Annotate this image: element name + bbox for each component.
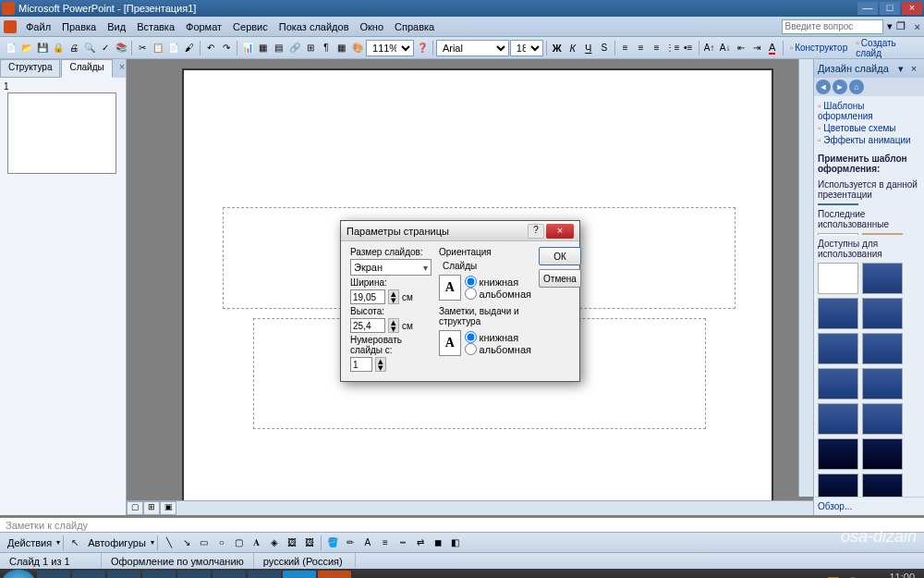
height-spinner[interactable]: ▴▾ [388, 318, 399, 333]
vertical-scrollbar[interactable] [798, 59, 813, 497]
ok-button[interactable]: ОК [539, 247, 581, 265]
template-thumb[interactable] [862, 473, 903, 497]
fontsize-combo[interactable]: 18 [510, 40, 543, 56]
menu-slideshow[interactable]: Показ слайдов [274, 19, 355, 34]
menu-file[interactable]: Файл [20, 19, 56, 34]
template-thumb[interactable] [862, 333, 903, 364]
underline-icon[interactable]: Ч [581, 40, 596, 56]
link-animation[interactable]: Эффекты анимации [818, 134, 920, 146]
clipart-icon[interactable]: 🖼 [284, 535, 300, 551]
expand-icon[interactable]: ⊞ [303, 40, 318, 56]
line-icon[interactable]: ╲ [161, 535, 177, 551]
template-thumb[interactable] [818, 298, 858, 329]
fill-color-icon[interactable]: 🪣 [324, 535, 341, 551]
cut-icon[interactable]: ✂ [135, 40, 150, 56]
increase-indent-icon[interactable]: ⇥ [749, 40, 764, 56]
width-spinner[interactable]: ▴▾ [388, 289, 399, 304]
task-sound[interactable]: 🔊 [213, 571, 246, 578]
link-color-schemes[interactable]: Цветовые схемы [818, 122, 920, 134]
template-thumb[interactable] [862, 263, 903, 294]
wordart-icon[interactable]: 𝐀 [249, 535, 265, 551]
template-thumb[interactable] [862, 403, 903, 435]
task-media[interactable]: ▶ [142, 571, 176, 578]
decrease-indent-icon[interactable]: ⇤ [734, 40, 748, 56]
template-thumb[interactable] [818, 473, 858, 497]
dialog-help-icon[interactable]: ? [528, 224, 544, 239]
doc-close-button[interactable]: × [915, 21, 920, 32]
task-explorer[interactable]: 📁 [72, 571, 105, 578]
slide-thumbnail-1[interactable] [7, 92, 116, 174]
menu-view[interactable]: Вид [102, 19, 131, 34]
copy-icon[interactable]: 📋 [151, 40, 165, 56]
show-formatting-icon[interactable]: ¶ [319, 40, 334, 56]
tab-slides[interactable]: Слайды [61, 59, 112, 78]
font-combo[interactable]: Arial [436, 40, 509, 56]
line-color-icon[interactable]: ✏ [342, 535, 359, 551]
tray-time[interactable]: 11:00 [864, 572, 915, 578]
template-thumb[interactable] [818, 368, 858, 400]
align-left-icon[interactable]: ≡ [618, 40, 633, 56]
menu-edit[interactable]: Правка [56, 19, 102, 34]
template-thumb[interactable] [818, 333, 858, 364]
task-skype[interactable]: S [283, 571, 316, 578]
decrease-font-icon[interactable]: A↓ [718, 40, 733, 56]
maximize-button[interactable]: □ [880, 2, 900, 15]
radio-notes-portrait[interactable] [465, 331, 477, 343]
template-thumb[interactable] [862, 298, 903, 329]
line-style-icon[interactable]: ≡ [377, 535, 394, 551]
arrow-style-icon[interactable]: ⇄ [412, 535, 429, 551]
undo-icon[interactable]: ↶ [203, 40, 218, 56]
rectangle-icon[interactable]: ▭ [196, 535, 213, 551]
nav-back-icon[interactable]: ◄ [816, 80, 831, 94]
spell-icon[interactable]: ✓ [98, 40, 113, 56]
input-height[interactable] [350, 318, 385, 333]
template-thumb[interactable] [818, 438, 858, 470]
radio-slides-landscape[interactable] [465, 288, 477, 300]
nav-forward-icon[interactable]: ► [833, 80, 847, 94]
italic-icon[interactable]: К [565, 40, 580, 56]
normal-view-icon[interactable]: ▢ [127, 501, 143, 515]
zoom-combo[interactable]: 111% [366, 40, 414, 56]
combo-slide-size[interactable]: Экран [350, 259, 432, 276]
nav-home-icon[interactable]: ⌂ [849, 80, 864, 94]
link-templates[interactable]: Шаблоны оформления [818, 100, 920, 122]
taskpane-dropdown-icon[interactable]: ▾ [894, 63, 907, 75]
increase-font-icon[interactable]: A↑ [702, 40, 717, 56]
table-icon[interactable]: ▦ [256, 40, 271, 56]
minimize-button[interactable]: — [857, 2, 878, 15]
shadow-icon[interactable]: S [597, 40, 612, 56]
horizontal-scrollbar[interactable]: ▢ ⊞ ▣ [127, 500, 813, 515]
number-spinner[interactable]: ▴▾ [375, 357, 386, 372]
3d-style-icon[interactable]: ◧ [447, 535, 464, 551]
task-ie[interactable]: e [37, 571, 70, 578]
dialog-close-icon[interactable]: × [546, 224, 574, 239]
autoshapes-menu[interactable]: Автофигуры [84, 537, 150, 548]
browse-link[interactable]: Обзор... [814, 497, 924, 515]
redo-icon[interactable]: ↷ [219, 40, 234, 56]
select-icon[interactable]: ↖ [67, 535, 83, 551]
sorter-view-icon[interactable]: ⊞ [143, 501, 160, 515]
oval-icon[interactable]: ○ [213, 535, 230, 551]
preview-icon[interactable]: 🔍 [82, 40, 97, 56]
help-search-input[interactable] [782, 19, 883, 34]
bold-icon[interactable]: Ж [550, 40, 565, 56]
help-dropdown-icon[interactable]: ▾ [887, 20, 893, 32]
task-app[interactable]: ◧ [177, 571, 211, 578]
template-thumb[interactable] [862, 438, 903, 470]
research-icon[interactable]: 📚 [114, 40, 128, 56]
chart-icon[interactable]: 📊 [240, 40, 255, 56]
font-color-icon[interactable]: A [359, 535, 376, 551]
input-width[interactable] [350, 289, 385, 304]
cancel-button[interactable]: Отмена [539, 269, 581, 288]
menu-format[interactable]: Формат [180, 19, 227, 34]
align-center-icon[interactable]: ≡ [634, 40, 649, 56]
menu-help[interactable]: Справка [389, 19, 440, 34]
draw-actions-menu[interactable]: Действия [4, 537, 55, 548]
slideshow-view-icon[interactable]: ▣ [160, 501, 176, 515]
tab-outline[interactable]: Структура [0, 59, 60, 78]
task-chrome[interactable]: ● [248, 571, 281, 578]
font-color-icon[interactable]: A [765, 40, 780, 56]
task-powerpoint[interactable]: P [318, 571, 351, 578]
input-number-from[interactable] [350, 357, 372, 372]
paste-icon[interactable]: 📄 [166, 40, 181, 56]
